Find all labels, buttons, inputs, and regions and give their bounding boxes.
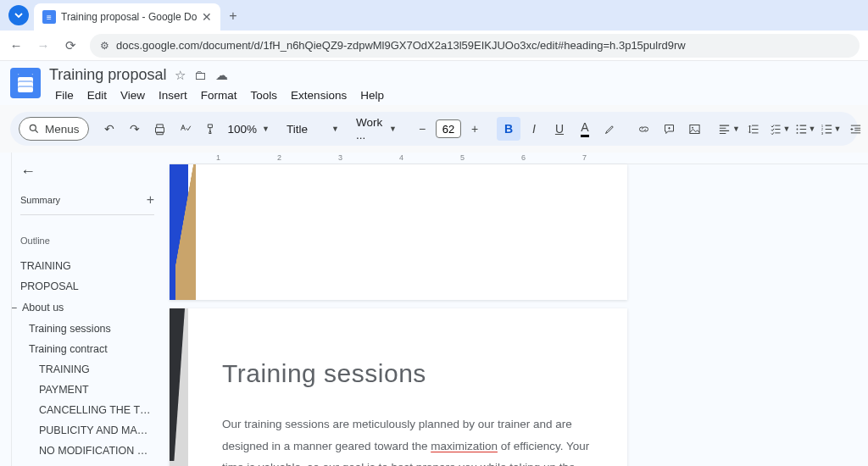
menu-help[interactable]: Help — [354, 86, 390, 105]
outline-item[interactable]: TRAINING — [20, 359, 154, 380]
svg-line-1 — [36, 130, 38, 133]
align-button[interactable]: ▼ — [717, 117, 741, 141]
font-size-input[interactable] — [436, 119, 461, 138]
spelling-error[interactable]: maximization — [431, 440, 498, 452]
menu-format[interactable]: Format — [195, 86, 243, 105]
outline-item[interactable]: TRAINING — [20, 256, 154, 276]
outline-item[interactable]: NO MODIFICATION UNLESS ... — [20, 441, 154, 461]
font-select[interactable]: Work ...▼ — [353, 116, 400, 141]
outline-item[interactable]: Training sessions — [20, 319, 154, 339]
spellcheck-button[interactable] — [174, 117, 198, 141]
highlight-button[interactable] — [598, 117, 622, 141]
font-size-increase[interactable]: + — [463, 117, 487, 141]
menu-view[interactable]: View — [114, 86, 151, 105]
outline-item[interactable]: −About us — [12, 297, 154, 319]
workspace: ← Summary + Outline TRAINING PROPOSAL −A… — [0, 153, 868, 466]
document-page[interactable] — [170, 164, 627, 300]
document-outline-panel: ← Summary + Outline TRAINING PROPOSAL −A… — [12, 153, 164, 466]
search-icon — [28, 123, 40, 135]
menu-file[interactable]: File — [49, 86, 80, 105]
checklist-button[interactable]: ▼ — [768, 117, 792, 141]
menu-extensions[interactable]: Extensions — [285, 86, 353, 105]
menu-search-button[interactable]: Menus — [19, 117, 89, 141]
summary-section: Summary + — [20, 192, 154, 215]
outline-item[interactable]: CANCELLING THE TRAININ... — [20, 400, 154, 420]
italic-button[interactable]: I — [522, 117, 546, 141]
line-spacing-button[interactable] — [743, 117, 766, 141]
zoom-select[interactable]: 100%▼ — [225, 123, 273, 136]
docs-header: Training proposal ☆ 🗀 ☁ File Edit View I… — [0, 61, 868, 105]
document-page[interactable]: Training sessions Our training sessions … — [170, 308, 627, 466]
nav-back-icon[interactable]: ← — [8, 38, 24, 53]
outline-item[interactable]: Training contract — [20, 339, 154, 359]
browser-tabstrip: ≡ Training proposal - Google Do ✕ + — [0, 0, 868, 31]
new-tab-button[interactable]: + — [229, 8, 236, 24]
menu-insert[interactable]: Insert — [153, 86, 193, 105]
vertical-ruler — [0, 153, 12, 466]
horizontal-ruler[interactable]: 1 2 3 4 5 6 7 — [170, 153, 868, 164]
svg-point-4 — [796, 125, 798, 126]
paragraph-style-select[interactable]: Title▼ — [283, 123, 342, 136]
svg-point-3 — [693, 126, 694, 128]
browser-tab[interactable]: ≡ Training proposal - Google Do ✕ — [34, 3, 220, 31]
url-text: docs.google.com/document/d/1fH_n6hQieQZ9… — [116, 39, 686, 52]
font-size-control: − + — [410, 117, 487, 141]
browser-address-bar: ← → ⟳ ⚙ docs.google.com/document/d/1fH_n… — [0, 31, 868, 61]
move-icon[interactable]: 🗀 — [194, 68, 207, 82]
outline-item[interactable]: PROPOSAL — [20, 276, 154, 297]
bold-button[interactable]: B — [497, 117, 520, 141]
bulleted-list-button[interactable]: ▼ — [793, 117, 817, 141]
collapse-icon[interactable]: − — [12, 301, 17, 314]
outline-label: Outline — [20, 236, 154, 246]
document-heading[interactable]: Training sessions — [222, 359, 595, 388]
menu-edit[interactable]: Edit — [81, 86, 113, 105]
docs-logo-icon[interactable] — [10, 68, 41, 98]
menubar: File Edit View Insert Format Tools Exten… — [49, 86, 858, 105]
cloud-status-icon[interactable]: ☁ — [215, 68, 228, 83]
tab-title: Training proposal - Google Do — [61, 11, 197, 23]
close-tab-icon[interactable]: ✕ — [202, 10, 212, 24]
document-title[interactable]: Training proposal — [49, 66, 166, 84]
outline-item[interactable]: PUBLICITY AND MARKETING — [20, 420, 154, 441]
redo-button[interactable]: ↷ — [123, 117, 147, 141]
docs-favicon-icon: ≡ — [42, 10, 56, 24]
outline-item[interactable]: APPLICABLE LAW — [20, 461, 154, 466]
collapse-outline-button[interactable]: ← — [20, 163, 154, 180]
print-button[interactable] — [148, 117, 172, 141]
toolbar: Menus ↶ ↷ 100%▼ Title▼ Work ...▼ − + B I… — [10, 112, 858, 146]
undo-button[interactable]: ↶ — [97, 117, 121, 141]
svg-rect-2 — [690, 125, 699, 133]
indent-decrease-button[interactable] — [844, 117, 868, 141]
menu-tools[interactable]: Tools — [245, 86, 284, 105]
add-summary-button[interactable]: + — [147, 192, 154, 208]
page-decoration — [170, 308, 195, 466]
chevron-down-icon: ▼ — [262, 125, 270, 133]
svg-point-0 — [30, 125, 36, 130]
underline-button[interactable]: U — [548, 117, 571, 141]
url-input[interactable]: ⚙ docs.google.com/document/d/1fH_n6hQieQ… — [90, 34, 860, 58]
site-info-icon[interactable]: ⚙ — [100, 40, 109, 52]
insert-image-button[interactable] — [683, 117, 707, 141]
outline-list: TRAINING PROPOSAL −About us Training ses… — [20, 256, 154, 466]
svg-point-5 — [796, 128, 798, 130]
svg-text:3: 3 — [821, 130, 823, 135]
tab-search-button[interactable] — [8, 5, 29, 25]
page-decoration — [170, 164, 195, 300]
document-canvas[interactable]: 1 2 3 4 5 6 7 Training sessions Our trai… — [164, 153, 868, 466]
star-icon[interactable]: ☆ — [175, 68, 186, 83]
document-paragraph[interactable]: Our training sessions are meticulously p… — [222, 413, 595, 466]
chevron-down-icon: ▼ — [389, 125, 397, 133]
text-color-button[interactable]: A — [573, 117, 597, 141]
insert-comment-button[interactable] — [658, 117, 682, 141]
summary-label: Summary — [20, 195, 60, 205]
nav-forward-icon[interactable]: → — [36, 38, 51, 53]
svg-point-6 — [796, 131, 798, 133]
numbered-list-button[interactable]: 123▼ — [819, 117, 843, 141]
outline-item[interactable]: PAYMENT — [20, 380, 154, 400]
paint-format-button[interactable] — [199, 117, 223, 141]
nav-reload-icon[interactable]: ⟳ — [63, 38, 78, 53]
font-size-decrease[interactable]: − — [410, 117, 434, 141]
chevron-down-icon: ▼ — [331, 125, 339, 133]
insert-link-button[interactable] — [632, 117, 656, 141]
